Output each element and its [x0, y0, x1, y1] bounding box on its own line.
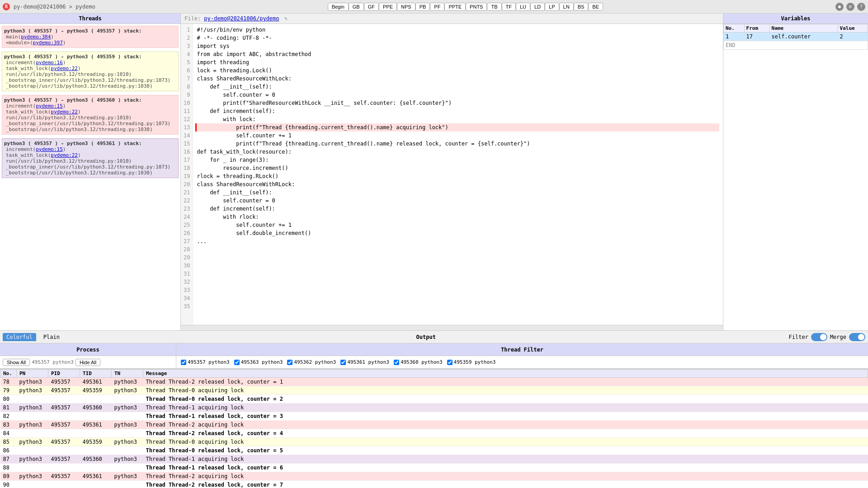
output-cell [112, 412, 143, 421]
code-line: self.double_increment() [197, 229, 719, 237]
show-all-button[interactable]: Show All [3, 359, 30, 366]
output-cell [17, 412, 48, 421]
toolbar-btn-ld[interactable]: LD [530, 3, 545, 11]
toolbar-btn-be[interactable]: BE [588, 3, 603, 11]
toolbar-btn-ppe[interactable]: PPE [379, 3, 397, 11]
output-cell [48, 395, 80, 404]
line-number: 28 [184, 245, 190, 253]
toolbar-btn-pb[interactable]: PB [415, 3, 430, 11]
line-number: 33 [184, 286, 190, 294]
thread-link[interactable]: pydemo:384 [21, 34, 51, 40]
output-cell [48, 464, 80, 472]
toolbar-btn-begin[interactable]: Begin [328, 3, 349, 11]
thread-filter-item[interactable]: 495357 python3 [181, 359, 230, 365]
output-cell: 84 [0, 429, 17, 438]
toolbar-btn-gf[interactable]: GF [364, 3, 379, 11]
thread-filter-item[interactable]: 495362 python3 [287, 359, 336, 365]
thread-link[interactable]: pydemo:397 [33, 40, 63, 46]
thread-filter-checkbox[interactable] [394, 360, 399, 365]
thread-filter-checkbox[interactable] [234, 360, 240, 365]
filter-label: Filter [789, 334, 808, 340]
toolbar-btn-bs[interactable]: BS [574, 3, 589, 11]
thread-filter-label: 495360 python3 [401, 359, 443, 365]
record-icon[interactable]: ● [835, 3, 844, 11]
toolbar-btn-pnts[interactable]: PNTS [466, 3, 487, 11]
tab-bar: Colorful Plain Output Filter Merge [0, 331, 868, 343]
col-tid: TID [80, 370, 112, 378]
toolbar-btn-ppte[interactable]: PPTE [444, 3, 466, 11]
toolbar-btn-pf[interactable]: PF [430, 3, 444, 11]
thread-filter-label: 495362 python3 [294, 359, 336, 365]
file-path[interactable]: py-demo@20241006/pydemo [204, 15, 279, 22]
settings-icon[interactable]: ⚙ [846, 3, 854, 11]
merge-label: Merge [830, 334, 846, 340]
col-pid: PID [48, 370, 80, 378]
thread-link[interactable]: pydemo:22 [51, 109, 78, 115]
line-number: 8 [184, 83, 190, 91]
col-message: Message [143, 370, 868, 378]
topbar: R py-demo@20241006 > pydemo BeginGBGFPPE… [0, 0, 868, 14]
thread-filter-checkbox[interactable] [340, 360, 346, 365]
line-number: 1 [184, 26, 190, 34]
hide-all-button[interactable]: Hide All [75, 359, 100, 366]
filter-toggle[interactable] [811, 333, 827, 341]
edit-icon[interactable]: ✎ [284, 15, 288, 22]
output-row: 89python3495357495361python3Thread Threa… [0, 472, 868, 481]
output-cell [112, 464, 143, 472]
output-cell [80, 464, 112, 472]
thread-filter-item[interactable]: 495363 python3 [234, 359, 283, 365]
output-cell: python3 [17, 378, 48, 386]
thread-filter-checkbox[interactable] [287, 360, 292, 365]
var-end-label: END [724, 41, 868, 50]
thread-filter-item[interactable]: 495360 python3 [394, 359, 443, 365]
thread-line: _bootstrap(/usr/lib/python3.12/threading… [4, 83, 176, 89]
thread-link[interactable]: pydemo:16 [36, 60, 63, 66]
threads-content[interactable]: python3 ( 495357 ) - python3 ( 495357 ) … [0, 24, 180, 330]
toolbar-btn-tb[interactable]: TB [487, 3, 501, 11]
output-table-wrap[interactable]: No. PN PID TID TN Message 78python349535… [0, 369, 868, 488]
thread-link[interactable]: pydemo:22 [51, 66, 78, 71]
line-number: 24 [184, 213, 190, 221]
col-no: No. [0, 370, 17, 378]
output-row: 86Thread Thread-0 released lock, counter… [0, 446, 868, 455]
toolbar-buttons: BeginGBGFPPENPSPBPFPPTEPNTSTBTFLULDLPLNB… [328, 3, 603, 11]
thread-link[interactable]: pydemo:15 [36, 103, 63, 109]
thread-filter-item[interactable]: 495361 python3 [340, 359, 389, 365]
thread-link[interactable]: pydemo:22 [51, 152, 78, 158]
line-number: 6 [184, 66, 190, 75]
line-number: 27 [184, 237, 190, 245]
toolbar-btn-lp[interactable]: LP [545, 3, 559, 11]
code-line: def __init__(self): [197, 188, 719, 197]
variables-table: No. From Name Value 117self.counter2END [723, 24, 868, 50]
line-number: 22 [184, 197, 190, 205]
var-cell-value: 2 [838, 33, 868, 41]
editor-content[interactable]: 1234567891011121314151617181920212223242… [181, 24, 723, 325]
output-message: Thread Thread-2 released lock, counter =… [143, 481, 868, 488]
thread-filter-checkbox[interactable] [447, 360, 453, 365]
toolbar-btn-lu[interactable]: LU [516, 3, 530, 11]
merge-toggle[interactable] [849, 333, 865, 341]
thread-link[interactable]: pydemo:15 [36, 146, 63, 152]
toolbar-btn-ln[interactable]: LN [559, 3, 574, 11]
line-number: 23 [184, 205, 190, 213]
thread-line: _bootstrap(/usr/lib/python3.12/threading… [4, 170, 176, 176]
var-col-no: No. [724, 24, 745, 33]
output-row: 78python3495357495361python3Thread Threa… [0, 378, 868, 386]
thread-filter-item[interactable]: 495359 python3 [447, 359, 496, 365]
output-message: Thread Thread-2 acquiring lock [143, 472, 868, 481]
app-logo: R [3, 3, 10, 10]
editor-scrollbar[interactable] [181, 325, 723, 330]
line-number: 13 [184, 123, 190, 131]
thread-line: _bootstrap_inner(/usr/lib/python3.12/thr… [4, 77, 176, 83]
code-content[interactable]: #!/usr/bin/env python# -*- coding: UTF-8… [193, 24, 723, 325]
top-right-icons: ● ⚙ ? [835, 3, 865, 11]
help-icon[interactable]: ? [857, 3, 865, 11]
thread-filter-checkbox[interactable] [181, 360, 186, 365]
toolbar-btn-gb[interactable]: GB [349, 3, 364, 11]
toolbar-btn-nps[interactable]: NPS [397, 3, 415, 11]
tab-plain[interactable]: Plain [40, 333, 63, 341]
code-line: self.counter = 0 [197, 197, 719, 205]
toolbar-btn-tf[interactable]: TF [502, 3, 516, 11]
tab-colorful[interactable]: Colorful [3, 333, 36, 341]
thread-line: <module>(pydemo:397) [4, 40, 176, 46]
